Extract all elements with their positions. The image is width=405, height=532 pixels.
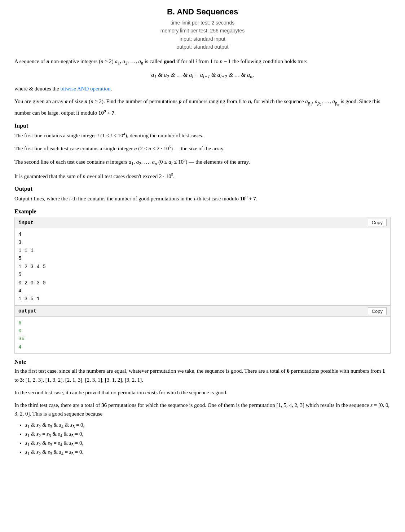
output-section: Output Output t lines, where the i-th li…: [14, 186, 391, 203]
input-type: input: standard input: [14, 35, 391, 43]
time-limit: time limit per test: 2 seconds: [14, 19, 391, 27]
input-section: Input The first line contains a single i…: [14, 123, 391, 181]
note-text: In the first test case, since all the nu…: [14, 367, 391, 418]
bullet-item-1: s1 & s2 & s3 & s4 & s5 = 0,: [25, 422, 391, 430]
input-line-2: The first line of each test case contain…: [14, 143, 391, 153]
example-title: Example: [14, 208, 391, 215]
output-type: output: standard output: [14, 43, 391, 51]
memory-limit: memory limit per test: 256 megabytes: [14, 27, 391, 35]
bullet-item-3: s1 & s2 & s3 = s4 & s5 = 0,: [25, 440, 391, 448]
input-section-title: Input: [14, 123, 391, 129]
output-code-block: output Copy 6 0 36 4: [14, 306, 391, 354]
output-code-content: 6 0 36 4: [15, 317, 390, 354]
meta-info: time limit per test: 2 seconds memory li…: [14, 19, 391, 51]
input-code-block: input Copy 4 3 1 1 1 5 1 2 3 4 5 5 0 2 0…: [14, 217, 391, 306]
intro-text: A sequence of n non-negative integers (n…: [14, 57, 391, 67]
input-label: input: [18, 220, 34, 226]
output-section-text: Output t lines, where the i-th line cont…: [14, 194, 391, 203]
note-section: Note In the first test case, since all t…: [14, 359, 391, 457]
array-description: You are given an array a of size n (n ≥ …: [14, 97, 391, 117]
note-para-1: In the first test case, since all the nu…: [14, 367, 391, 385]
input-line-1: The first line contains a single integer…: [14, 130, 391, 140]
input-line-3: The second line of each test case contai…: [14, 157, 391, 168]
where-clause: where & denotes the bitwise AND operatio…: [14, 84, 391, 93]
input-line-4: It is guaranteed that the sum of n over …: [14, 171, 391, 181]
example-section: Example input Copy 4 3 1 1 1 5 1 2 3 4 5…: [14, 208, 391, 354]
output-line-1: Output t lines, where the i-th line cont…: [14, 194, 391, 203]
output-code-header: output Copy: [15, 306, 390, 317]
page-title: B. AND Sequences: [14, 7, 391, 17]
note-title: Note: [14, 359, 391, 365]
problem-statement: A sequence of n non-negative integers (n…: [14, 57, 391, 118]
main-formula: a1 & a2 & … & ai = ai+1 & ai+2 & … & an,: [14, 70, 391, 81]
note-bullet-list: s1 & s2 & s3 & s4 & s5 = 0, s1 & s2 = s3…: [25, 422, 391, 457]
output-copy-button[interactable]: Copy: [368, 307, 387, 315]
input-copy-button[interactable]: Copy: [368, 219, 387, 226]
note-para-3: In the third test case, there are a tota…: [14, 401, 391, 419]
input-code-header: input Copy: [15, 217, 390, 228]
input-code-content: 4 3 1 1 1 5 1 2 3 4 5 5 0 2 0 3 0 4 1 3 …: [15, 228, 390, 305]
note-para-2: In the second test case, it can be prove…: [14, 388, 391, 397]
output-section-title: Output: [14, 186, 391, 192]
bullet-item-2: s1 & s2 = s3 & s4 & s5 = 0,: [25, 431, 391, 439]
bullet-item-4: s1 & s2 & s3 & s4 = s5 = 0.: [25, 449, 391, 457]
problem-text-block: The first line contains a single integer…: [14, 130, 391, 181]
output-label: output: [18, 308, 36, 314]
bitwise-and-link[interactable]: bitwise AND operation: [60, 86, 110, 92]
